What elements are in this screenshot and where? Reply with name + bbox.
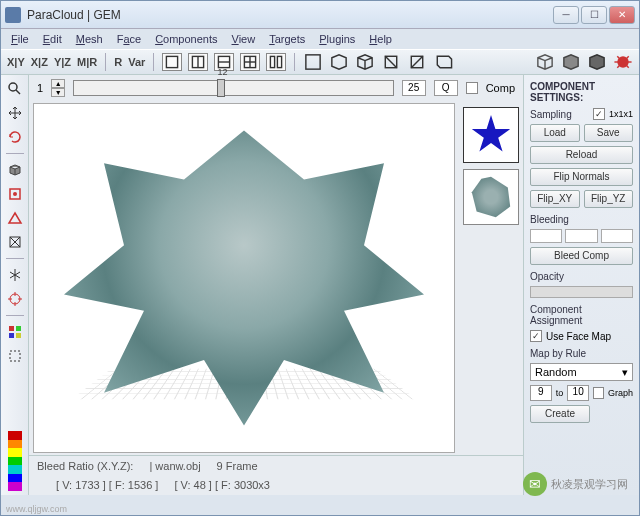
rule-select[interactable]: Random▾: [530, 363, 633, 381]
mode-icon-5[interactable]: [407, 53, 427, 71]
view-icon-4[interactable]: [240, 53, 260, 71]
bleed-comp-button[interactable]: Bleed Comp: [530, 247, 633, 265]
slider-value[interactable]: 25: [402, 80, 426, 96]
menu-view[interactable]: View: [226, 31, 262, 47]
graph-label: Graph: [608, 388, 633, 398]
menu-help[interactable]: Help: [363, 31, 398, 47]
mode-icon-2[interactable]: [329, 53, 349, 71]
tb-xz[interactable]: X|Z: [31, 56, 48, 68]
map-rule-label: Map by Rule: [530, 348, 633, 359]
view-icon-5[interactable]: [266, 53, 286, 71]
cube-tool-icon[interactable]: [5, 160, 25, 180]
rotate-icon[interactable]: [5, 127, 25, 147]
save-button[interactable]: Save: [584, 124, 634, 142]
range-from-input[interactable]: 9: [530, 385, 552, 401]
mode-icon-4[interactable]: [381, 53, 401, 71]
cube-icon-1[interactable]: [535, 53, 555, 71]
triangle-tool-icon[interactable]: [5, 208, 25, 228]
tb-yz[interactable]: Y|Z: [54, 56, 71, 68]
maximize-button[interactable]: ☐: [581, 6, 607, 24]
flip-normals-button[interactable]: Flip Normals: [530, 168, 633, 186]
palette-icon[interactable]: [5, 322, 25, 342]
model-mesh: [44, 114, 444, 442]
opacity-slider[interactable]: [530, 286, 633, 298]
pan-icon[interactable]: [5, 103, 25, 123]
sampling-value: 1x1x1: [609, 109, 633, 119]
menu-face[interactable]: Face: [111, 31, 147, 47]
mesh-thumb-icon: [467, 173, 515, 221]
menubar: File Edit Mesh Face Components View Targ…: [1, 29, 639, 49]
sampling-label: Sampling: [530, 109, 572, 120]
preview-component-2[interactable]: [463, 169, 519, 225]
close-button[interactable]: ✕: [609, 6, 635, 24]
mode-icon-1[interactable]: [303, 53, 323, 71]
star-icon: [471, 115, 511, 155]
status-bar: Bleed Ratio (X.Y.Z): | wanw.obj 9 Frame: [29, 455, 523, 475]
cube-icon-2[interactable]: [561, 53, 581, 71]
view-icon-1[interactable]: [162, 53, 182, 71]
slider-thumb[interactable]: [217, 79, 225, 97]
settings-panel: COMPONENT SETTINGS: Sampling ✓ 1x1x1 Loa…: [523, 75, 639, 495]
tb-xy[interactable]: X|Y: [7, 56, 25, 68]
load-button[interactable]: Load: [530, 124, 580, 142]
status-file: | wanw.obj: [149, 460, 200, 472]
range-to-input[interactable]: 10: [567, 385, 589, 401]
range-to-label: to: [556, 388, 564, 398]
sampling-checkbox[interactable]: ✓: [593, 108, 605, 120]
watermark-url: www.qljgw.com: [6, 504, 67, 514]
flip-xy-button[interactable]: Flip_XY: [530, 190, 580, 208]
flip-yz-button[interactable]: Flip_YZ: [584, 190, 634, 208]
minimize-button[interactable]: ─: [553, 6, 579, 24]
snowflake-icon[interactable]: [5, 265, 25, 285]
facemap-label: Use Face Map: [546, 331, 611, 342]
tb-mr[interactable]: M|R: [77, 56, 97, 68]
wechat-icon: ✉: [523, 472, 547, 496]
svg-rect-38: [10, 351, 20, 361]
comp-checkbox[interactable]: [466, 82, 478, 94]
menu-mesh[interactable]: Mesh: [70, 31, 109, 47]
zoom-icon[interactable]: [5, 79, 25, 99]
graph-checkbox[interactable]: [593, 387, 604, 399]
slider-track[interactable]: 12: [73, 80, 394, 96]
menu-plugins[interactable]: Plugins: [313, 31, 361, 47]
sidebar: [1, 75, 29, 495]
tb-var[interactable]: Var: [128, 56, 145, 68]
chevron-down-icon: ▾: [622, 366, 628, 379]
cross-tool-icon[interactable]: [5, 232, 25, 252]
svg-line-23: [16, 90, 20, 94]
viewport[interactable]: [33, 103, 455, 453]
svg-rect-0: [167, 56, 178, 67]
menu-edit[interactable]: Edit: [37, 31, 68, 47]
preview-column: [459, 101, 523, 455]
slider-row: 1 ▲▼ 12 25 Q Comp: [29, 75, 523, 101]
svg-line-20: [617, 65, 620, 68]
menu-components[interactable]: Components: [149, 31, 223, 47]
slider-q[interactable]: Q: [434, 80, 458, 96]
mode-icon-6[interactable]: [433, 53, 453, 71]
preview-component-1[interactable]: [463, 107, 519, 163]
create-button[interactable]: Create: [530, 405, 590, 423]
target-icon[interactable]: [5, 289, 25, 309]
mode-icon-3[interactable]: [355, 53, 375, 71]
border-icon[interactable]: [5, 346, 25, 366]
face-tool-icon[interactable]: [5, 184, 25, 204]
cube-icon-3[interactable]: [587, 53, 607, 71]
bug-icon[interactable]: [613, 53, 633, 71]
svg-line-19: [626, 56, 629, 59]
view-icon-2[interactable]: [188, 53, 208, 71]
color-strip[interactable]: [8, 431, 22, 491]
panel-title: COMPONENT SETTINGS:: [530, 81, 633, 103]
facemap-checkbox[interactable]: ✓: [530, 330, 542, 342]
status-dims: [ V: 1733 ] [ F: 1536 ]: [56, 479, 158, 491]
svg-rect-35: [16, 326, 21, 331]
tb-r[interactable]: R: [114, 56, 122, 68]
bleeding-inputs[interactable]: [530, 229, 633, 243]
slider-stepper[interactable]: ▲▼: [51, 79, 65, 97]
reload-button[interactable]: Reload: [530, 146, 633, 164]
app-icon: [5, 7, 21, 23]
bleeding-label: Bleeding: [530, 214, 633, 225]
menu-file[interactable]: File: [5, 31, 35, 47]
menu-targets[interactable]: Targets: [263, 31, 311, 47]
svg-point-25: [13, 192, 17, 196]
slider-tick-label: 12: [217, 67, 227, 77]
